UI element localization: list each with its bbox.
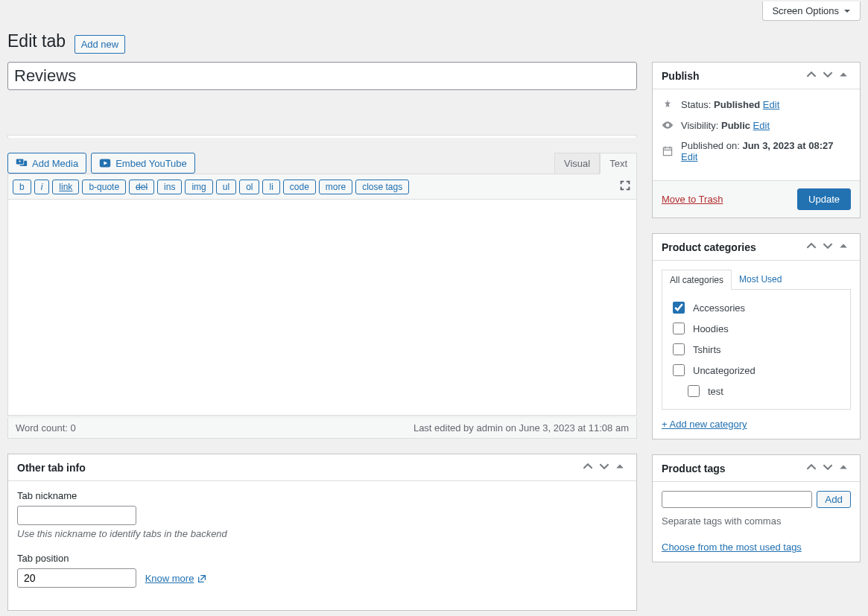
category-checkbox[interactable] [688, 385, 700, 397]
tab-most-used[interactable]: Most Used [732, 270, 789, 290]
category-item: test [670, 381, 843, 401]
fullscreen-icon[interactable] [618, 179, 632, 194]
add-media-label: Add Media [32, 158, 78, 169]
know-more-link[interactable]: Know more [145, 573, 208, 584]
add-new-button[interactable]: Add new [75, 35, 126, 54]
category-item: Uncategorized [670, 360, 843, 381]
toggle-icon[interactable] [836, 70, 851, 81]
qt-ul[interactable]: ul [216, 180, 236, 194]
qt-code[interactable]: code [283, 180, 316, 194]
category-checkbox[interactable] [673, 302, 685, 314]
chevron-down-icon [843, 7, 851, 15]
qt-li[interactable]: li [262, 180, 279, 194]
category-label: Uncategorized [693, 365, 755, 376]
media-icon [16, 157, 28, 169]
category-item: Hoodies [670, 318, 843, 339]
publish-title: Publish [662, 70, 803, 82]
category-label: Accessories [693, 302, 745, 314]
page-title: Edit tab [7, 25, 66, 54]
category-item: Tshirts [670, 339, 843, 360]
published-label: Published on: [681, 140, 740, 151]
status-value: Published [714, 99, 760, 110]
embed-youtube-label: Embed YouTube [115, 158, 187, 169]
nickname-label: Tab nickname [17, 490, 627, 501]
published-value: Jun 3, 2023 at 08:27 [742, 140, 833, 151]
tags-helper: Separate tags with commas [662, 515, 851, 527]
visibility-edit-link[interactable]: Edit [753, 120, 770, 131]
qt-close[interactable]: close tags [355, 180, 409, 194]
screen-options-label: Screen Options [772, 5, 839, 16]
categories-title: Product categories [662, 241, 803, 253]
screen-options-button[interactable]: Screen Options [762, 1, 861, 21]
add-media-button[interactable]: Add Media [7, 153, 86, 174]
qt-del[interactable]: del [129, 180, 154, 194]
category-label: Hoodies [693, 323, 729, 334]
youtube-icon [99, 157, 111, 169]
other-tab-title: Other tab info [17, 462, 580, 474]
embed-youtube-button[interactable]: Embed YouTube [91, 153, 195, 174]
know-more-label: Know more [145, 573, 194, 584]
post-title-input[interactable] [7, 62, 637, 90]
move-to-trash-link[interactable]: Move to Trash [662, 194, 723, 205]
category-checkbox[interactable] [673, 343, 685, 355]
position-label: Tab position [17, 553, 627, 564]
pin-icon [662, 98, 674, 110]
visibility-value: Public [721, 120, 750, 131]
tag-input[interactable] [662, 491, 812, 508]
category-label: Tshirts [693, 344, 721, 355]
update-button[interactable]: Update [797, 188, 851, 210]
qt-link[interactable]: link [52, 180, 79, 194]
qt-italic[interactable]: i [34, 180, 50, 194]
move-down-icon[interactable] [596, 461, 612, 474]
qt-ol[interactable]: ol [239, 180, 259, 194]
move-up-icon[interactable] [803, 241, 820, 253]
toggle-icon[interactable] [836, 463, 851, 474]
move-up-icon[interactable] [580, 461, 596, 474]
move-up-icon[interactable] [803, 462, 820, 474]
word-count: Word count: 0 [16, 422, 76, 434]
eye-icon [662, 119, 674, 131]
qt-more[interactable]: more [319, 180, 352, 194]
add-tag-button[interactable]: Add [817, 491, 851, 508]
external-link-icon [197, 574, 207, 584]
tags-title: Product tags [662, 463, 803, 474]
content-textarea[interactable] [7, 200, 637, 416]
qt-bold[interactable]: b [13, 180, 31, 194]
category-label: test [708, 386, 723, 397]
editor-top-bar [7, 135, 637, 138]
add-new-category-link[interactable]: + Add new category [662, 419, 747, 430]
status-label: Status: [681, 99, 711, 110]
category-checkbox[interactable] [673, 364, 685, 376]
visibility-label: Visibility: [681, 120, 718, 131]
move-down-icon[interactable] [820, 462, 836, 474]
calendar-icon [662, 145, 674, 157]
published-edit-link[interactable]: Edit [681, 151, 697, 162]
tab-all-categories[interactable]: All categories [662, 270, 732, 290]
tab-text[interactable]: Text [600, 153, 637, 174]
category-checkbox[interactable] [673, 323, 685, 334]
quicktags-toolbar: b i link b-quote del ins img ul ol li co… [7, 174, 637, 200]
position-input[interactable] [17, 568, 136, 588]
status-edit-link[interactable]: Edit [763, 99, 779, 110]
nickname-hint: Use this nickname to identify tabs in th… [17, 528, 627, 539]
last-edited: Last edited by admin on June 3, 2023 at … [414, 422, 629, 434]
move-down-icon[interactable] [820, 69, 836, 82]
choose-tags-link[interactable]: Choose from the most used tags [662, 542, 802, 553]
toggle-icon[interactable] [612, 462, 627, 473]
move-down-icon[interactable] [820, 241, 836, 253]
toggle-icon[interactable] [836, 241, 851, 253]
tab-visual[interactable]: Visual [554, 153, 600, 174]
qt-bquote[interactable]: b-quote [82, 180, 126, 194]
qt-img[interactable]: img [185, 180, 212, 194]
qt-ins[interactable]: ins [157, 180, 182, 194]
category-list: AccessoriesHoodiesTshirtsUncategorizedte… [662, 289, 851, 410]
category-item: Accessories [670, 297, 843, 318]
nickname-input[interactable] [17, 506, 136, 525]
move-up-icon[interactable] [803, 69, 820, 82]
